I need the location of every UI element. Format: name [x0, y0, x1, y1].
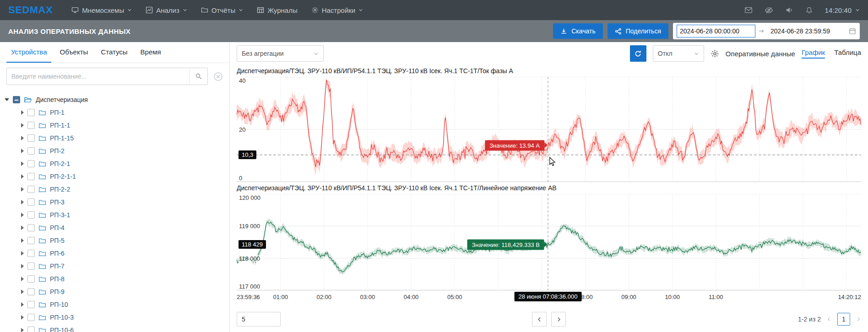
expand-caret-icon[interactable]: [21, 277, 24, 281]
pagination-page-1[interactable]: 1: [837, 313, 850, 326]
menu-label: Отчёты: [212, 6, 235, 14]
pagination-prev-icon[interactable]: [826, 316, 832, 322]
search-input[interactable]: [11, 73, 189, 80]
tree-checkbox[interactable]: [27, 250, 35, 257]
expand-caret-icon[interactable]: [21, 238, 24, 243]
expand-caret-icon[interactable]: [21, 136, 24, 140]
expand-caret-icon[interactable]: [21, 315, 24, 320]
tree-item[interactable]: РП-10-3: [5, 311, 226, 324]
tree-checkbox[interactable]: [27, 314, 35, 321]
tab-table[interactable]: Таблица: [834, 48, 861, 59]
folder-icon: [38, 109, 46, 117]
expand-caret-icon[interactable]: [21, 225, 24, 230]
menu-journals[interactable]: Журналы: [250, 0, 304, 20]
expand-caret-icon[interactable]: [21, 251, 24, 256]
clock-value: 14:20:40: [825, 6, 852, 14]
aggregation-select[interactable]: Без агрегации: [237, 45, 324, 62]
tree-checkbox[interactable]: [27, 275, 35, 283]
expand-caret-icon[interactable]: [21, 302, 24, 307]
speaker-icon[interactable]: [785, 6, 793, 14]
arrow-right-icon: [758, 28, 765, 34]
expand-caret-icon[interactable]: [21, 149, 24, 153]
pagination-next-icon[interactable]: [856, 316, 861, 322]
mail-icon[interactable]: [744, 6, 753, 14]
tree-item[interactable]: РП-3: [5, 196, 226, 209]
expand-caret-icon[interactable]: [21, 110, 24, 115]
tree-checkbox[interactable]: [27, 224, 35, 231]
mode-select[interactable]: Откл: [653, 45, 704, 62]
chart-current-phase-a[interactable]: 4020010,3Значение: 13.94 А: [237, 77, 861, 182]
tab-graph[interactable]: График: [802, 48, 825, 59]
tab-devices[interactable]: Устройства: [6, 42, 51, 63]
expand-caret-icon[interactable]: [21, 213, 24, 217]
tree-item[interactable]: РП-2-2: [5, 183, 226, 196]
prev-charts-button[interactable]: [532, 312, 547, 327]
next-charts-button[interactable]: [551, 312, 566, 327]
tree-checkbox[interactable]: [27, 109, 35, 116]
search-icon[interactable]: [189, 68, 207, 85]
tree-item[interactable]: РП-10: [5, 298, 226, 311]
tree-root-item[interactable]: Диспетчеризация: [5, 93, 226, 106]
tree-checkbox[interactable]: [27, 186, 35, 193]
value-tooltip: Значение: 118,429.333 В: [467, 239, 544, 250]
expand-caret-icon[interactable]: [21, 328, 24, 332]
expand-caret-icon[interactable]: [21, 161, 24, 166]
chart-voltage-ab[interactable]: 120 000119 000118 000117 000118 429Значе…: [237, 194, 861, 290]
tree-item[interactable]: РП-1-1: [5, 119, 226, 132]
tree-item[interactable]: РП-1: [5, 106, 226, 119]
tree-checkbox[interactable]: [27, 147, 35, 155]
tree-root-checkbox[interactable]: [13, 96, 20, 103]
expand-caret-icon[interactable]: [21, 187, 24, 192]
tree-checkbox[interactable]: [27, 288, 35, 295]
tree-item[interactable]: РП-2-1-1: [5, 170, 226, 183]
expand-caret-icon[interactable]: [21, 200, 24, 204]
tree-checkbox[interactable]: [27, 134, 35, 142]
download-button[interactable]: Скачать: [553, 23, 603, 39]
menu-mnemoschemes[interactable]: Мнемосхемы: [65, 0, 139, 20]
share-button[interactable]: Поделиться: [608, 23, 668, 39]
tab-time[interactable]: Время: [136, 42, 166, 63]
tree-checkbox[interactable]: [27, 122, 35, 129]
clock[interactable]: 14:20:40: [825, 6, 860, 14]
expand-caret-icon[interactable]: [21, 289, 24, 294]
tree-item[interactable]: РП-3-1: [5, 209, 226, 221]
menu-analysis[interactable]: Анализ: [139, 0, 194, 20]
tab-objects[interactable]: Объекты: [55, 42, 92, 63]
tree-checkbox[interactable]: [27, 160, 35, 167]
expand-caret-icon[interactable]: [21, 174, 24, 179]
page-size-input[interactable]: [237, 312, 281, 327]
menu-reports[interactable]: Отчёты: [194, 0, 250, 20]
tree-item[interactable]: РП-1-15: [5, 132, 226, 145]
calendar-icon[interactable]: [849, 27, 856, 35]
tab-statuses[interactable]: Статусы: [96, 42, 132, 63]
tree-item[interactable]: РП-4: [5, 221, 226, 234]
tree-item[interactable]: РП-5: [5, 234, 226, 247]
folder-icon: [38, 288, 46, 296]
tree-item[interactable]: РП-6: [5, 247, 226, 260]
chart-settings-gear-icon[interactable]: [711, 49, 719, 58]
refresh-button[interactable]: [630, 45, 646, 62]
menu-settings[interactable]: Настройки: [304, 0, 370, 20]
tree-item[interactable]: РП-2: [5, 145, 226, 157]
tree-item[interactable]: РП-7: [5, 260, 226, 273]
tree-item[interactable]: РП-2-1: [5, 157, 226, 170]
tree-checkbox[interactable]: [27, 262, 35, 270]
expand-caret-icon[interactable]: [21, 123, 24, 128]
collapse-caret-icon[interactable]: [5, 98, 9, 101]
expand-caret-icon[interactable]: [21, 264, 24, 268]
tree-checkbox[interactable]: [27, 301, 35, 308]
tree-item[interactable]: РП-9: [5, 285, 226, 298]
tree-item[interactable]: РП-8: [5, 273, 226, 285]
tree-item[interactable]: РП-10-6: [5, 324, 226, 332]
eye-off-icon[interactable]: [765, 6, 773, 15]
date-from-input[interactable]: [677, 25, 755, 37]
tree-checkbox[interactable]: [27, 237, 35, 244]
tree-checkbox[interactable]: [27, 173, 35, 180]
clear-filter-icon[interactable]: [213, 72, 223, 81]
tree-checkbox[interactable]: [27, 211, 35, 219]
bell-icon[interactable]: [805, 6, 813, 14]
date-to-input[interactable]: [767, 25, 846, 37]
tree-checkbox[interactable]: [27, 198, 35, 206]
tree-checkbox[interactable]: [27, 327, 35, 332]
sedmax-logo[interactable]: SEDMAX: [8, 4, 53, 16]
